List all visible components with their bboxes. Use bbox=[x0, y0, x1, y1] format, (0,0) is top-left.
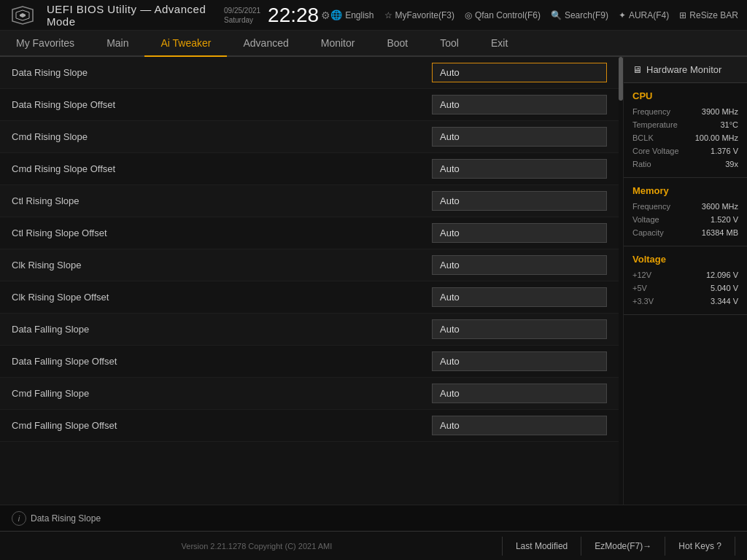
setting-label: Ctl Rising Slope Offset bbox=[12, 228, 432, 238]
datetime-block: 09/25/2021 Saturday bbox=[224, 6, 260, 25]
setting-row[interactable]: Cmd Rising Slope OffsetAuto bbox=[0, 153, 619, 185]
setting-label: Data Falling Slope Offset bbox=[12, 356, 432, 367]
voltage-section-title: Voltage bbox=[632, 254, 738, 265]
ratio-label: Ratio bbox=[632, 160, 651, 168]
globe-icon: 🌐 bbox=[330, 9, 342, 20]
setting-row[interactable]: Ctl Rising SlopeAuto bbox=[0, 185, 619, 217]
nav-my-favorites[interactable]: My Favorites bbox=[0, 31, 90, 57]
cpu-temp-value: 31°C bbox=[720, 120, 738, 129]
setting-row[interactable]: Clk Rising SlopeAuto bbox=[0, 249, 619, 281]
myfavorite-btn[interactable]: ☆ MyFavorite(F3) bbox=[384, 10, 454, 20]
setting-value[interactable]: Auto bbox=[432, 287, 607, 307]
setting-row[interactable]: Cmd Falling SlopeAuto bbox=[0, 378, 619, 410]
myfavorite-label: MyFavorite(F3) bbox=[395, 10, 454, 20]
setting-value[interactable]: Auto bbox=[432, 223, 607, 243]
setting-row[interactable]: Clk Rising Slope OffsetAuto bbox=[0, 281, 619, 314]
nav-main[interactable]: Main bbox=[90, 31, 144, 57]
monitor-icon: 🖥 bbox=[632, 64, 642, 75]
setting-value[interactable]: Auto bbox=[432, 255, 607, 275]
bclk-label: BCLK bbox=[632, 133, 654, 142]
setting-label: Cmd Rising Slope bbox=[12, 131, 432, 142]
mem-cap-label: Capacity bbox=[632, 228, 664, 237]
nav-ai-tweaker[interactable]: Ai Tweaker bbox=[144, 31, 227, 57]
header-tools: 🌐 English ☆ MyFavorite(F3) ◎ Qfan Contro… bbox=[330, 9, 738, 20]
setting-label: Ctl Rising Slope bbox=[12, 195, 432, 206]
nav-advanced[interactable]: Advanced bbox=[227, 31, 304, 57]
star-icon: ☆ bbox=[384, 10, 392, 20]
bottom-bar: Version 2.21.1278 Copyright (C) 2021 AMI… bbox=[0, 531, 747, 560]
setting-row[interactable]: Data Rising Slope OffsetAuto bbox=[0, 89, 619, 121]
day-display: Saturday bbox=[224, 15, 260, 25]
setting-label: Cmd Falling Slope Offset bbox=[12, 420, 432, 431]
setting-label: Data Rising Slope bbox=[12, 67, 432, 78]
hw-row: +3.3V 3.344 V bbox=[632, 297, 738, 306]
setting-row[interactable]: Cmd Rising SlopeAuto bbox=[0, 121, 619, 153]
main-layout: Data Rising SlopeAutoData Rising Slope O… bbox=[0, 57, 747, 505]
qfan-btn[interactable]: ◎ Qfan Control(F6) bbox=[465, 10, 541, 20]
aura-icon: ✦ bbox=[619, 10, 626, 20]
search-icon: 🔍 bbox=[551, 10, 562, 20]
gear-icon[interactable]: ⚙ bbox=[321, 9, 330, 21]
setting-value[interactable]: Auto bbox=[432, 95, 607, 114]
nav-tool[interactable]: Tool bbox=[424, 31, 475, 57]
aura-btn[interactable]: ✦ AURA(F4) bbox=[619, 10, 669, 20]
hw-row: +5V 5.040 V bbox=[632, 284, 738, 292]
setting-label: Cmd Rising Slope Offset bbox=[12, 163, 432, 174]
scrollbar[interactable] bbox=[619, 57, 623, 505]
time-display: 22:28 bbox=[268, 5, 319, 26]
nav-exit[interactable]: Exit bbox=[475, 31, 524, 57]
hw-monitor-title: 🖥 Hardware Monitor bbox=[624, 57, 747, 83]
v12-value: 12.096 V bbox=[706, 271, 738, 279]
nav-monitor[interactable]: Monitor bbox=[305, 31, 371, 57]
setting-value[interactable]: Auto bbox=[432, 416, 607, 435]
hw-row: Voltage 1.520 V bbox=[632, 215, 738, 224]
qfan-label: Qfan Control(F6) bbox=[475, 10, 541, 20]
cpu-freq-value: 3900 MHz bbox=[702, 107, 738, 116]
setting-row[interactable]: Cmd Falling Slope OffsetAuto bbox=[0, 410, 619, 442]
aura-label: AURA(F4) bbox=[629, 10, 669, 20]
setting-row[interactable]: Ctl Rising Slope OffsetAuto bbox=[0, 217, 619, 249]
fan-icon: ◎ bbox=[465, 10, 472, 20]
scroll-thumb[interactable] bbox=[619, 57, 623, 101]
nav-bar: My Favorites Main Ai Tweaker Advanced Mo… bbox=[0, 31, 747, 57]
hw-row: Temperature 31°C bbox=[632, 120, 738, 129]
setting-row[interactable]: Data Falling SlopeAuto bbox=[0, 314, 619, 346]
hw-monitor-panel: 🖥 Hardware Monitor CPU Frequency 3900 MH… bbox=[623, 57, 747, 505]
mem-freq-value: 3600 MHz bbox=[702, 202, 738, 211]
info-icon: i bbox=[12, 511, 26, 526]
hw-row: Core Voltage 1.376 V bbox=[632, 147, 738, 155]
nav-boot[interactable]: Boot bbox=[371, 31, 424, 57]
setting-label: Data Falling Slope bbox=[12, 324, 432, 335]
setting-value[interactable]: Auto bbox=[432, 127, 607, 147]
setting-label: Cmd Falling Slope bbox=[12, 388, 432, 399]
mem-freq-label: Frequency bbox=[632, 202, 670, 211]
setting-label: Clk Rising Slope Offset bbox=[12, 292, 432, 303]
settings-panel: Data Rising SlopeAutoData Rising Slope O… bbox=[0, 57, 619, 505]
search-btn[interactable]: 🔍 Search(F9) bbox=[551, 10, 608, 20]
setting-value[interactable]: Auto bbox=[432, 384, 607, 403]
setting-value[interactable]: Auto bbox=[432, 319, 607, 339]
cpu-temp-label: Temperature bbox=[632, 120, 678, 129]
v12-label: +12V bbox=[632, 271, 651, 279]
bclk-value: 100.00 MHz bbox=[695, 133, 738, 142]
status-description: Data Rising Slope bbox=[31, 513, 101, 524]
language-label: English bbox=[345, 10, 374, 20]
setting-label: Clk Rising Slope bbox=[12, 260, 432, 271]
language-selector[interactable]: 🌐 English bbox=[330, 9, 374, 20]
core-volt-value: 1.376 V bbox=[711, 147, 738, 155]
setting-value[interactable]: Auto bbox=[432, 159, 607, 179]
setting-row[interactable]: Data Falling Slope OffsetAuto bbox=[0, 346, 619, 378]
v33-value: 3.344 V bbox=[711, 297, 738, 306]
cpu-section: CPU Frequency 3900 MHz Temperature 31°C … bbox=[624, 83, 747, 178]
setting-row[interactable]: Data Rising SlopeAuto bbox=[0, 57, 619, 89]
last-modified-btn[interactable]: Last Modified bbox=[502, 537, 581, 556]
ez-mode-btn[interactable]: EzMode(F7)→ bbox=[581, 537, 665, 556]
resize-bar-btn[interactable]: ⊞ ReSize BAR bbox=[679, 10, 738, 20]
hot-keys-btn[interactable]: Hot Keys ? bbox=[665, 537, 735, 556]
setting-value[interactable]: Auto bbox=[432, 351, 607, 371]
setting-value[interactable]: Auto bbox=[432, 191, 607, 211]
v5-value: 5.040 V bbox=[711, 284, 738, 292]
status-bar: i Data Rising Slope bbox=[0, 505, 747, 531]
hw-row: +12V 12.096 V bbox=[632, 271, 738, 279]
setting-value[interactable]: Auto bbox=[432, 63, 607, 82]
